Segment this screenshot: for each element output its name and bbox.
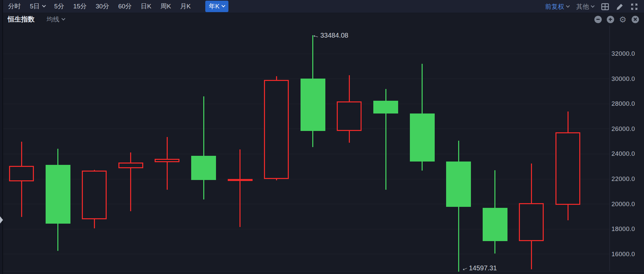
candle-body xyxy=(228,179,253,181)
candle-body xyxy=(555,132,580,205)
low-arrow-icon: ← xyxy=(460,263,470,274)
settings-gear-icon[interactable]: ⚙ xyxy=(619,16,627,23)
interval-tab-5[interactable]: 60分 xyxy=(118,2,131,11)
high-price-label: 33484.08 xyxy=(320,32,348,39)
y-axis-label: 30000.0 xyxy=(611,75,642,83)
chart-bottom-border xyxy=(0,271,644,271)
gridline xyxy=(3,54,609,54)
symbol-name: 恒生指数 xyxy=(8,15,35,24)
y-axis-label: 18000.0 xyxy=(611,225,642,233)
interval-tab-1[interactable]: 5日 xyxy=(30,2,45,11)
ma-dropdown[interactable]: 均线 xyxy=(47,15,65,24)
fullscreen-icon[interactable] xyxy=(631,3,638,10)
interval-tab-8[interactable]: 月K xyxy=(180,2,191,11)
high-arrow-icon: ← xyxy=(311,30,321,41)
low-price-label: 14597.31 xyxy=(469,264,497,272)
interval-tab-label: 60分 xyxy=(118,2,131,11)
candle-body xyxy=(373,101,398,113)
interval-tab-label: 30分 xyxy=(96,2,109,11)
left-panel-collapsed-strip xyxy=(0,0,3,274)
layout-grid-icon[interactable] xyxy=(601,3,609,10)
chevron-down-icon xyxy=(591,4,594,7)
interval-tab-label: 年K xyxy=(209,2,220,11)
candle-body xyxy=(191,156,216,180)
candle-body xyxy=(483,208,507,241)
candle-body xyxy=(410,113,435,162)
candle-wick xyxy=(130,152,131,211)
y-axis-line xyxy=(609,26,610,271)
zoom-out-icon[interactable] xyxy=(594,16,602,23)
candle-body xyxy=(9,166,34,181)
gridline xyxy=(3,254,609,254)
other-dropdown[interactable]: 其他 xyxy=(576,2,594,11)
candle-wick xyxy=(239,149,240,227)
interval-tab-label: 5日 xyxy=(30,2,40,11)
y-axis-label: 26000.0 xyxy=(611,125,642,133)
y-axis-label: 28000.0 xyxy=(611,100,642,107)
chevron-down-icon xyxy=(566,4,570,7)
interval-tab-label: 月K xyxy=(180,2,191,11)
adjust-type-dropdown[interactable]: 前复权 xyxy=(545,2,569,11)
close-chart-icon[interactable] xyxy=(632,16,639,23)
low-price-annotation: ← 14597.31 xyxy=(461,264,497,272)
y-axis-label: 22000.0 xyxy=(611,175,642,183)
interval-tab-6[interactable]: 日K xyxy=(141,2,152,11)
chart-control-group: ⚙ xyxy=(594,13,644,26)
candle-body xyxy=(46,165,70,224)
interval-tab-4[interactable]: 30分 xyxy=(96,2,109,11)
toolbar-right-group: 前复权 其他 xyxy=(545,0,644,13)
candle-body xyxy=(519,203,544,241)
zoom-in-icon[interactable] xyxy=(607,16,614,23)
adjust-type-label: 前复权 xyxy=(545,2,564,11)
candle-body xyxy=(82,171,107,219)
stock-chart-window: 32000.030000.028000.026000.024000.022000… xyxy=(0,0,644,274)
expand-panel-handle[interactable] xyxy=(0,216,3,224)
interval-tab-label: 分时 xyxy=(8,2,21,11)
y-axis-label: 24000.0 xyxy=(611,150,642,157)
interval-tab-label: 日K xyxy=(141,2,152,11)
interval-tabs: 分时5日5分15分30分60分日K周K月K年K xyxy=(0,1,228,12)
y-axis-label: 16000.0 xyxy=(611,250,642,258)
gridline xyxy=(3,229,609,229)
candle-body xyxy=(446,162,471,207)
candle-body xyxy=(118,163,143,168)
chevron-down-icon xyxy=(222,4,225,7)
other-label: 其他 xyxy=(576,2,589,11)
ma-label: 均线 xyxy=(47,15,59,24)
y-axis-label: 20000.0 xyxy=(611,200,642,208)
candle-body xyxy=(337,101,362,131)
high-price-annotation: ← 33484.08 xyxy=(312,31,348,40)
candle-body xyxy=(264,80,289,179)
interval-tab-3[interactable]: 15分 xyxy=(73,2,87,11)
chevron-down-icon xyxy=(42,4,46,7)
interval-tab-label: 周K xyxy=(160,2,171,11)
interval-tab-label: 15分 xyxy=(73,2,87,11)
interval-tab-0[interactable]: 分时 xyxy=(8,2,21,11)
candle-body xyxy=(301,79,325,131)
candle-body xyxy=(155,159,179,162)
candle-wick xyxy=(167,137,168,190)
draw-brush-icon[interactable] xyxy=(616,3,624,10)
kline-toolbar: 分时5日5分15分30分60分日K周K月K年K 前复权 其他 xyxy=(0,0,644,13)
interval-tab-7[interactable]: 周K xyxy=(160,2,171,11)
interval-tab-2[interactable]: 5分 xyxy=(54,2,64,11)
chevron-down-icon xyxy=(61,16,65,20)
gridline xyxy=(3,154,609,154)
interval-tab-label: 5分 xyxy=(54,2,64,11)
interval-tab-9[interactable]: 年K xyxy=(205,1,229,12)
candle-wick xyxy=(203,96,204,199)
symbol-bar: 恒生指数 均线 ⚙ xyxy=(3,13,644,26)
candlestick-chart[interactable]: 32000.030000.028000.026000.024000.022000… xyxy=(0,0,644,274)
y-axis-label: 32000.0 xyxy=(611,50,642,57)
